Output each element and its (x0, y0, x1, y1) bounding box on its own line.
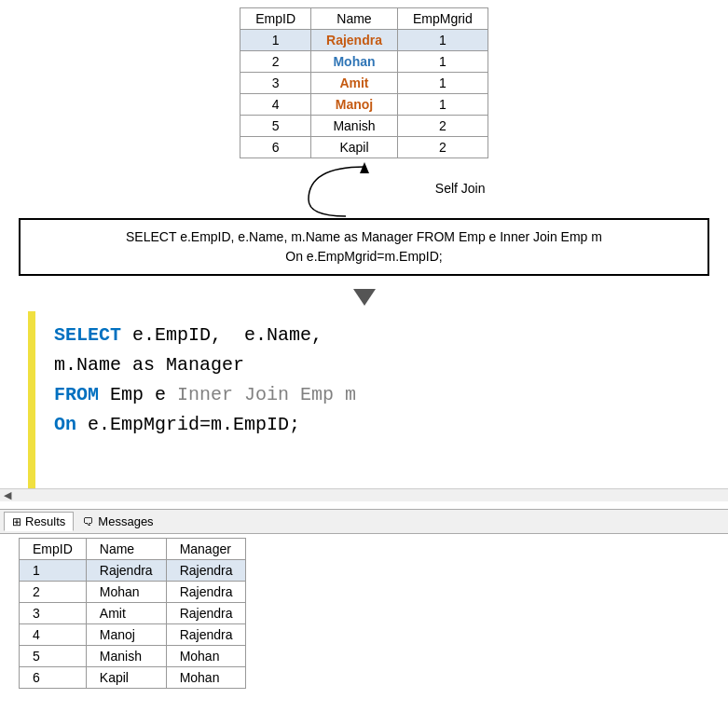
emp-table: EmpID Name EmpMgrid 1Rajendra12Mohan13Am… (240, 7, 488, 158)
result-table-row: 1RajendraRajendra (20, 560, 246, 582)
emp-id-cell: 6 (240, 137, 311, 158)
emp-table-row: 6Kapil2 (240, 137, 488, 158)
emp-table-header-empid: EmpID (240, 8, 311, 30)
scrollbar-area[interactable]: ◀ (0, 488, 728, 501)
result-name-cell: Manish (86, 646, 166, 667)
result-name-cell: Amit (86, 603, 166, 624)
emp-table-row: 1Rajendra1 (240, 30, 488, 51)
result-manager-cell: Rajendra (166, 582, 246, 603)
code-line4: On e.EmpMgrid=m.EmpID; (54, 410, 356, 440)
code-mname: m.Name (54, 354, 132, 376)
result-empid-cell: 6 (20, 667, 87, 689)
code-condition: e.EmpMgrid=m.EmpID; (88, 414, 300, 435)
emp-table-row: 2Mohan1 (240, 51, 488, 73)
emp-table-header-empmgrid: EmpMgrid (397, 8, 488, 30)
emp-name-cell: Mohan (311, 51, 398, 73)
code-line3: FROM Emp e Inner Join Emp m (54, 380, 356, 410)
emp-mgrid-cell: 2 (397, 137, 488, 158)
result-table-row: 2MohanRajendra (20, 582, 246, 603)
result-manager-cell: Mohan (166, 667, 246, 689)
emp-name-cell: Amit (311, 73, 398, 94)
sql-box: SELECT e.EmpID, e.Name, m.Name as Manage… (19, 218, 709, 276)
scroll-indicator: ◀ (4, 489, 11, 501)
result-table-row: 6KapilMohan (20, 667, 246, 689)
result-name-cell: Kapil (86, 667, 166, 689)
result-table: EmpID Name Manager 1RajendraRajendra2Moh… (19, 538, 246, 689)
emp-id-cell: 5 (240, 116, 311, 137)
result-table-row: 5ManishMohan (20, 646, 246, 667)
code-inner-join: Inner Join Emp m (177, 384, 356, 405)
emp-mgrid-cell: 2 (397, 116, 488, 137)
emp-name-cell: Rajendra (311, 30, 398, 51)
emp-id-cell: 3 (240, 73, 311, 94)
emp-mgrid-cell: 1 (397, 73, 488, 94)
tab-messages[interactable]: 🗨 Messages (76, 513, 160, 530)
result-table-row: 3AmitRajendra (20, 603, 246, 624)
top-section: EmpID Name EmpMgrid 1Rajendra12Mohan13Am… (0, 0, 728, 218)
code-emp-e: Emp e (110, 384, 177, 405)
emp-id-cell: 4 (240, 94, 311, 116)
tab-bar: ⊞ Results 🗨 Messages (0, 510, 728, 534)
emp-mgrid-cell: 1 (397, 30, 488, 51)
result-name-cell: Rajendra (86, 560, 166, 582)
grid-icon: ⊞ (12, 515, 21, 528)
svg-marker-0 (360, 162, 369, 173)
result-manager-cell: Mohan (166, 646, 246, 667)
code-line2: m.Name as Manager (54, 350, 356, 380)
from-keyword: FROM (54, 384, 99, 405)
self-join-arrow: Self Join (225, 162, 504, 218)
emp-id-cell: 1 (240, 30, 311, 51)
result-header-manager: Manager (166, 539, 246, 560)
emp-mgrid-cell: 1 (397, 51, 488, 73)
emp-name-cell: Manish (311, 116, 398, 137)
result-empid-cell: 2 (20, 582, 87, 603)
result-manager-cell: Rajendra (166, 603, 246, 624)
down-arrow (0, 280, 728, 308)
tab-results-label: Results (25, 514, 65, 528)
code-content: SELECT e.EmpID, e.Name, m.Name as Manage… (35, 311, 375, 488)
message-icon: 🗨 (83, 515, 94, 528)
result-name-cell: Manoj (86, 624, 166, 646)
result-manager-cell: Rajendra (166, 624, 246, 646)
result-empid-cell: 4 (20, 624, 87, 646)
yellow-bar (28, 311, 35, 488)
svg-marker-1 (353, 289, 376, 306)
emp-mgrid-cell: 1 (397, 94, 488, 116)
result-manager-cell: Rajendra (166, 560, 246, 582)
emp-id-cell: 2 (240, 51, 311, 73)
result-header-empid: EmpID (20, 539, 87, 560)
code-as: as (132, 354, 155, 376)
result-name-cell: Mohan (86, 582, 166, 603)
result-header-name: Name (86, 539, 166, 560)
sql-line2: On e.EmpMgrid=m.EmpID; (285, 249, 442, 264)
code-section: SELECT e.EmpID, e.Name, m.Name as Manage… (0, 311, 728, 488)
code-manager: Manager (166, 354, 244, 376)
emp-name-cell: Manoj (311, 94, 398, 116)
result-empid-cell: 5 (20, 646, 87, 667)
select-keyword: SELECT (54, 324, 121, 346)
tab-results[interactable]: ⊞ Results (4, 512, 74, 531)
emp-name-cell: Kapil (311, 137, 398, 158)
emp-table-row: 3Amit1 (240, 73, 488, 94)
result-empid-cell: 3 (20, 603, 87, 624)
tab-messages-label: Messages (98, 514, 153, 528)
code-line1: SELECT e.EmpID, e.Name, (54, 321, 356, 350)
result-table-row: 4ManojRajendra (20, 624, 246, 646)
sql-line1: SELECT e.EmpID, e.Name, m.Name as Manage… (126, 229, 602, 244)
self-join-label: Self Join (435, 181, 486, 196)
code-select-cols: e.EmpID, e.Name, (132, 324, 323, 346)
bottom-panel: ⊞ Results 🗨 Messages EmpID Name Manager … (0, 509, 728, 689)
on-keyword: On (54, 414, 76, 435)
emp-table-header-name: Name (311, 8, 398, 30)
result-empid-cell: 1 (20, 560, 87, 582)
emp-table-row: 5Manish2 (240, 116, 488, 137)
emp-table-row: 4Manoj1 (240, 94, 488, 116)
